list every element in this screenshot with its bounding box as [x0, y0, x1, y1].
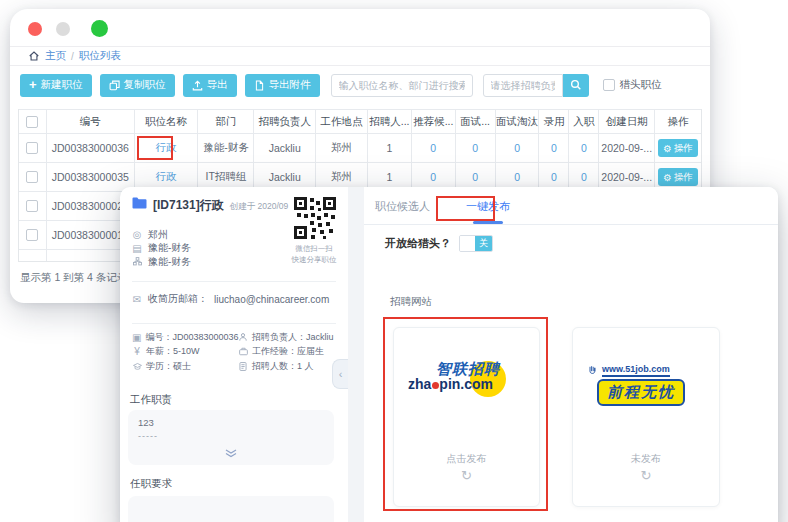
salary-icon: ¥: [132, 346, 142, 357]
count-link[interactable]: 0: [514, 142, 520, 154]
job-team-row: 豫能-财务: [132, 255, 191, 269]
headhunter-filter: 猎头职位: [603, 78, 662, 92]
headhunter-toggle-switch[interactable]: 关: [459, 235, 493, 252]
table-row: JD00383000036 行政 豫能-财务 Jackliu 郑州 1 0 0 …: [19, 133, 701, 162]
count-link[interactable]: 0: [551, 142, 557, 154]
duties-line: -----: [138, 431, 158, 441]
new-position-button[interactable]: + 新建职位: [20, 74, 92, 97]
refresh-icon[interactable]: ↻: [573, 468, 719, 483]
select-all-checkbox[interactable]: [26, 116, 38, 128]
divider: [132, 281, 336, 282]
site-card-51job[interactable]: www.51job.com 前程无忧 未发布 ↻: [572, 327, 720, 507]
window-titlebar: [10, 9, 710, 47]
section-title-requirements: 任职要求: [130, 477, 172, 491]
collapse-panel-handle[interactable]: ‹: [332, 359, 348, 389]
count-link[interactable]: 0: [430, 142, 436, 154]
column-header: 面试淘汰: [496, 109, 540, 133]
breadcrumb-current-link[interactable]: 职位列表: [79, 49, 121, 63]
row-checkbox[interactable]: [26, 142, 38, 154]
user-icon: [238, 333, 248, 341]
count-link[interactable]: 0: [472, 171, 478, 183]
modal-tabbar: 职位候选人 一键发布: [364, 187, 778, 225]
count-link[interactable]: 0: [581, 142, 587, 154]
section-title-duties: 工作职责: [130, 393, 172, 407]
chevron-left-icon: ‹: [339, 368, 343, 380]
column-header: 入职: [569, 109, 599, 133]
team-icon: [132, 257, 142, 266]
column-header: 编号: [47, 109, 135, 133]
export-attachment-label: 导出附件: [269, 78, 311, 92]
site-card-zhaopin[interactable]: 智联招聘 zhapin.com 点击发布 ↻: [393, 327, 540, 507]
job-id: JD00383000036: [47, 133, 135, 162]
row-checkbox[interactable]: [26, 200, 38, 212]
work-city: 郑州: [316, 133, 368, 162]
search-button[interactable]: [563, 74, 589, 97]
tab-one-click-publish[interactable]: 一键发布: [460, 187, 516, 225]
export-button[interactable]: 导出: [183, 74, 237, 97]
job-department-row: ▤ 豫能-财务: [132, 242, 191, 256]
owner-select-input[interactable]: [483, 74, 563, 97]
column-header: 创建日期: [599, 109, 655, 133]
job-created-date: 创建于 2020/09: [230, 201, 289, 213]
toggle-state-label: 关: [475, 236, 492, 251]
job-title-link[interactable]: 行政: [156, 141, 177, 155]
duties-line: 123: [138, 417, 154, 428]
qr-code: [293, 196, 337, 240]
breadcrumb: 主页 / 职位列表: [10, 47, 710, 66]
requirements-content-box: [128, 496, 334, 522]
job-title-link[interactable]: 行政: [156, 170, 177, 184]
count-link[interactable]: 0: [514, 171, 520, 183]
gear-icon: ⚙: [663, 143, 672, 154]
job-city-row: ◎ 郑州: [132, 228, 191, 242]
new-position-label: 新建职位: [41, 78, 83, 92]
count-link[interactable]: 0: [581, 171, 587, 183]
location-icon: ◎: [132, 229, 142, 240]
gear-icon: ⚙: [663, 172, 672, 183]
refresh-icon[interactable]: ↻: [394, 468, 539, 483]
headhunter-toggle-label: 开放给猎头？: [385, 236, 451, 251]
export-icon: [192, 80, 203, 91]
job-detail-panel: [ID7131]行政 创建于 2020/09 微信扫一扫: [120, 187, 348, 522]
job-fields-grid: ▣ 编号：JD00383000036 招聘负责人：Jackliu ¥ 年薪：5-…: [132, 330, 338, 374]
experience-icon: [238, 347, 248, 356]
recruiting-sites-label: 招聘网站: [390, 295, 432, 309]
copy-icon: [109, 80, 120, 91]
count-link[interactable]: 0: [430, 171, 436, 183]
row-checkbox[interactable]: [26, 171, 38, 183]
divider: [132, 323, 336, 324]
count-link[interactable]: 0: [472, 142, 478, 154]
column-header: 招聘人...: [368, 109, 412, 133]
education-icon: [132, 362, 142, 371]
column-header: 招聘负责人: [254, 109, 316, 133]
tab-candidates[interactable]: 职位候选人: [369, 187, 436, 225]
count-link[interactable]: 0: [551, 171, 557, 183]
column-header: 面试...: [456, 109, 496, 133]
row-checkbox[interactable]: [26, 229, 38, 241]
maximize-window-button[interactable]: [91, 20, 108, 37]
duties-content-box: 123 -----: [128, 410, 334, 465]
job-experience-field: 工作经验：应届生: [238, 345, 338, 360]
expand-chevron-icon[interactable]: [224, 444, 238, 462]
minimize-window-button[interactable]: [56, 22, 70, 36]
column-header: 推荐候...: [412, 109, 456, 133]
home-icon: [28, 50, 40, 62]
row-action-button[interactable]: ⚙ 操作: [658, 139, 698, 157]
job-meta-list: ◎ 郑州 ▤ 豫能-财务 豫能-财务: [132, 228, 191, 269]
action-label: 操作: [674, 171, 693, 184]
copy-position-button[interactable]: 复制职位: [100, 74, 175, 97]
publish-panel: 职位候选人 一键发布 开放给猎头？ 关 招聘网站 智联招聘 zhapin.com…: [364, 187, 778, 522]
plus-icon: +: [29, 80, 37, 90]
search-input[interactable]: [331, 74, 473, 97]
resume-email-row: ✉ 收简历邮箱： liuchao@chinacareer.com: [132, 292, 329, 306]
job-number-field: ▣ 编号：JD00383000036: [132, 330, 238, 345]
action-label: 操作: [674, 142, 693, 155]
row-action-button[interactable]: ⚙ 操作: [658, 168, 698, 186]
job-education-field: 学历：硕士: [132, 359, 238, 374]
job-headcount-field: 招聘人数：1 人: [238, 359, 338, 374]
export-attachment-button[interactable]: 导出附件: [245, 74, 320, 97]
panel-gutter: [348, 187, 364, 522]
table-header-row: 编号 职位名称 部门 招聘负责人 工作地点 招聘人... 推荐候... 面试..…: [19, 109, 701, 133]
close-window-button[interactable]: [28, 22, 42, 36]
headhunter-checkbox[interactable]: [603, 79, 615, 91]
breadcrumb-home-link[interactable]: 主页: [45, 49, 66, 63]
